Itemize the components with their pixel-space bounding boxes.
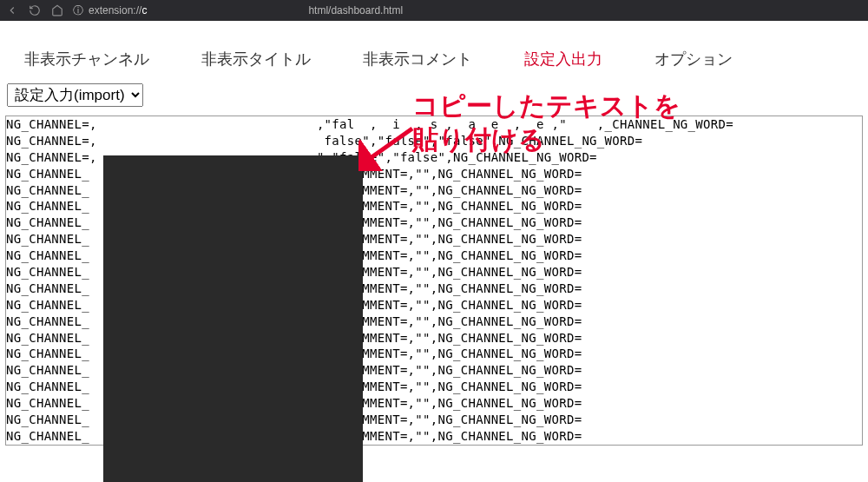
annotation-text: コピーしたテキストを 貼り付ける: [412, 89, 681, 156]
url-bar[interactable]: ⓘ extension://c html/dashboard.html: [73, 3, 863, 18]
home-icon[interactable]: [50, 3, 64, 17]
info-icon: ⓘ: [73, 3, 83, 18]
url-path: html/dashboard.html: [308, 4, 403, 17]
tab-hidden-channels[interactable]: 非表示チャンネル: [24, 49, 149, 69]
mode-select[interactable]: 設定入力(import): [7, 83, 143, 107]
tab-hidden-comments[interactable]: 非表示コメント: [363, 49, 472, 69]
url-prefix: extension://c: [89, 4, 147, 17]
back-icon[interactable]: [5, 3, 19, 17]
browser-toolbar: ⓘ extension://c html/dashboard.html: [0, 0, 868, 21]
redaction-block: [103, 155, 363, 482]
annotation-arrow: [358, 123, 419, 171]
refresh-icon[interactable]: [28, 3, 42, 17]
tab-options[interactable]: オプション: [654, 49, 733, 69]
tabs-bar: 非表示チャンネル 非表示タイトル 非表示コメント 設定入出力 オプション: [0, 21, 868, 83]
tab-hidden-titles[interactable]: 非表示タイトル: [201, 49, 311, 69]
tab-settings-io[interactable]: 設定入出力: [524, 49, 602, 69]
svg-line-0: [365, 129, 412, 162]
